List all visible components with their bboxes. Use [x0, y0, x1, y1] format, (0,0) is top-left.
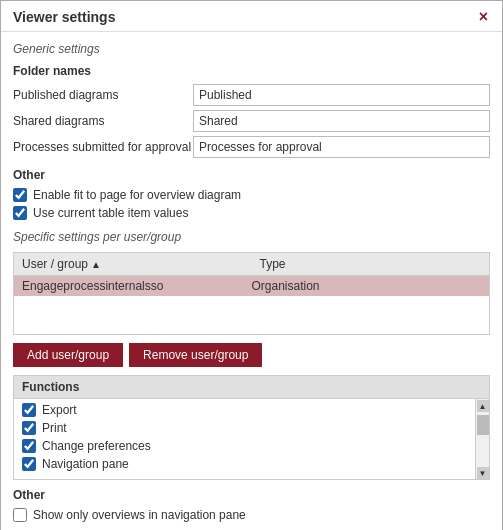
dialog-title: Viewer settings [13, 9, 115, 25]
checkbox-overviews[interactable] [13, 508, 27, 522]
table-body: Engageprocessinternalsso Organisation [13, 275, 490, 335]
sort-arrow-icon: ▲ [91, 259, 101, 270]
scroll-up-button[interactable]: ▲ [477, 400, 489, 412]
func-checkbox-print[interactable] [22, 421, 36, 435]
add-user-group-button[interactable]: Add user/group [13, 343, 123, 367]
func-row-3: Navigation pane [22, 457, 467, 471]
remove-user-group-button[interactable]: Remove user/group [129, 343, 262, 367]
other-bottom-label: Other [13, 488, 490, 502]
other-checkbox-row-0: Show only overviews in navigation pane [13, 508, 490, 522]
scrollbar: ▲ ▼ [475, 399, 489, 479]
scroll-down-button[interactable]: ▼ [477, 467, 489, 479]
func-label-0: Export [42, 403, 77, 417]
functions-body: Export Print Change preferences Navigati… [14, 399, 489, 479]
folder-row-2: Processes submitted for approval [13, 136, 490, 158]
folder-label-0: Published diagrams [13, 88, 193, 102]
folder-input-0[interactable] [193, 84, 490, 106]
func-checkbox-nav[interactable] [22, 457, 36, 471]
checkbox-label-1: Use current table item values [33, 206, 188, 220]
table-cell-user: Engageprocessinternalsso [22, 279, 252, 293]
other-section: Other Enable fit to page for overview di… [13, 168, 490, 220]
table-cell-type: Organisation [252, 279, 482, 293]
func-label-3: Navigation pane [42, 457, 129, 471]
title-bar: Viewer settings × [1, 1, 502, 32]
other-checkbox-label-0: Show only overviews in navigation pane [33, 508, 246, 522]
col-header-user: User / group ▲ [14, 253, 252, 275]
folder-row-0: Published diagrams [13, 84, 490, 106]
func-checkbox-preferences[interactable] [22, 439, 36, 453]
checkbox-row-0: Enable fit to page for overview diagram [13, 188, 490, 202]
func-checkbox-export[interactable] [22, 403, 36, 417]
other-label: Other [13, 168, 490, 182]
checkbox-label-0: Enable fit to page for overview diagram [33, 188, 241, 202]
other-bottom-section: Other Show only overviews in navigation … [13, 488, 490, 522]
func-label-1: Print [42, 421, 67, 435]
folder-input-1[interactable] [193, 110, 490, 132]
functions-header: Functions [14, 376, 489, 399]
checkbox-table-values[interactable] [13, 206, 27, 220]
scroll-thumb[interactable] [477, 415, 489, 435]
func-row-0: Export [22, 403, 467, 417]
func-row-1: Print [22, 421, 467, 435]
col-header-type: Type [252, 253, 490, 275]
user-group-buttons: Add user/group Remove user/group [13, 343, 490, 367]
folder-label-1: Shared diagrams [13, 114, 193, 128]
generic-settings-label: Generic settings [13, 42, 490, 56]
folder-names-label: Folder names [13, 64, 490, 78]
specific-section: Specific settings per user/group User / … [13, 230, 490, 367]
func-row-2: Change preferences [22, 439, 467, 453]
functions-section: Functions Export Print Change preference… [13, 375, 490, 480]
table-empty-area [14, 296, 489, 326]
checkbox-row-1: Use current table item values [13, 206, 490, 220]
specific-settings-label: Specific settings per user/group [13, 230, 490, 244]
folder-row-1: Shared diagrams [13, 110, 490, 132]
folder-label-2: Processes submitted for approval [13, 140, 193, 154]
viewer-settings-dialog: Viewer settings × Generic settings Folde… [0, 0, 503, 530]
folder-input-2[interactable] [193, 136, 490, 158]
functions-label: Functions [22, 380, 79, 394]
dialog-content: Generic settings Folder names Published … [1, 32, 502, 530]
func-label-2: Change preferences [42, 439, 151, 453]
table-header: User / group ▲ Type [13, 252, 490, 275]
checkbox-fit-page[interactable] [13, 188, 27, 202]
close-button[interactable]: × [477, 9, 490, 25]
functions-list: Export Print Change preferences Navigati… [14, 399, 475, 479]
table-row[interactable]: Engageprocessinternalsso Organisation [14, 276, 489, 296]
